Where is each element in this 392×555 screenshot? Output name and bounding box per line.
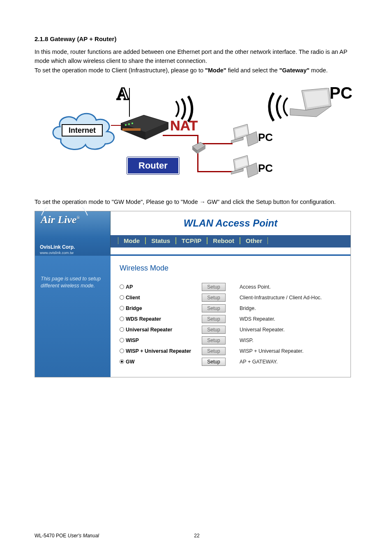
internet-cloud: Internet	[51, 109, 113, 150]
footer-manual: User's Manual	[68, 533, 99, 539]
mode-radio[interactable]	[120, 359, 124, 364]
mode-radio[interactable]	[120, 327, 124, 332]
pc-label: PC	[258, 131, 273, 144]
mode-row: WISPSetupWISP.	[120, 335, 325, 346]
mode-row: ClientSetupClient-Infrastructure / Clien…	[120, 292, 325, 303]
setup-button: Setup	[202, 315, 226, 323]
pc-label: PC	[330, 84, 353, 102]
setup-button: Setup	[202, 294, 226, 302]
section-number: 2.1.8	[35, 35, 48, 42]
paragraph-2: To set the operation mode to Client (Inf…	[35, 66, 359, 75]
setup-button: Setup	[202, 336, 226, 345]
wifi-arc-icon	[40, 207, 89, 216]
mode-row: WDS RepeaterSetupWDS Repeater.	[120, 314, 325, 324]
mode-label: WISP	[126, 338, 139, 343]
mode-description: AP + GATEWAY.	[229, 356, 325, 367]
setup-button: Setup	[202, 347, 226, 355]
mode-label: AP	[126, 284, 133, 290]
mode-label: Bridge	[126, 305, 142, 311]
mode-description: WISP.	[229, 335, 325, 346]
setup-button[interactable]: Setup	[202, 358, 226, 366]
brand-panel: Air Live® OvisLink Corp. www.ovislink.co…	[35, 211, 111, 256]
mode-radio[interactable]	[120, 349, 124, 353]
brand-corp: OvisLink Corp.	[40, 244, 75, 250]
mode-label: WDS Repeater	[126, 316, 161, 322]
mode-radio[interactable]	[120, 317, 124, 321]
mode-description: WDS Repeater.	[229, 314, 325, 324]
section-title: Gateway (AP + Router)	[50, 35, 117, 42]
svg-point-4	[125, 124, 127, 126]
desktop-pc-icon	[231, 123, 261, 146]
setup-button: Setup	[202, 304, 226, 312]
tab-mode[interactable]: Mode	[118, 236, 145, 247]
antenna-label: A	[117, 84, 129, 104]
hub-icon	[191, 139, 207, 155]
wlan-admin-screenshot: Air Live® OvisLink Corp. www.ovislink.co…	[35, 211, 351, 377]
mode-radio[interactable]	[120, 306, 124, 310]
tab-tcpip[interactable]: TCP/IP	[176, 236, 207, 247]
sidebar-help: This page is used to setup different wir…	[35, 256, 111, 377]
internet-label: Internet	[62, 124, 103, 136]
network-diagram: Internet A NAT PC	[47, 84, 347, 187]
mode-row: APSetupAccess Point.	[120, 282, 325, 292]
section-title: Wireless Mode	[120, 264, 341, 273]
desktop-pc-icon	[231, 155, 261, 178]
mode-description: WISP + Universal Repeater.	[229, 346, 325, 356]
page-number: 22	[194, 533, 199, 539]
svg-point-6	[131, 123, 133, 124]
mode-description: Universal Repeater.	[229, 324, 325, 335]
footer-model: WL-5470 POE	[35, 533, 66, 539]
mode-radio[interactable]	[120, 295, 124, 300]
lan-line	[197, 171, 233, 172]
tab-other[interactable]: Other	[240, 236, 268, 247]
mode-row: WISP + Universal RepeaterSetupWISP + Uni…	[120, 346, 325, 356]
mode-row: Universal RepeaterSetupUniversal Repeate…	[120, 324, 325, 335]
wireless-mode-table: APSetupAccess Point.ClientSetupClient-In…	[120, 282, 325, 367]
tab-status[interactable]: Status	[145, 236, 176, 247]
svg-point-5	[128, 123, 130, 125]
lan-line	[163, 135, 198, 136]
paragraph-3: To set the operation mode to "GW Mode", …	[35, 197, 359, 206]
mode-radio[interactable]	[120, 338, 124, 342]
mode-row: GWSetupAP + GATEWAY.	[120, 356, 325, 367]
paragraph-1: In this mode, router functions are added…	[35, 47, 359, 66]
brand-logo: Air Live®	[41, 214, 80, 226]
setup-button: Setup	[202, 283, 226, 291]
mode-label: Universal Repeater	[126, 327, 172, 333]
mode-row: BridgeSetupBridge.	[120, 303, 325, 314]
tab-bar: Mode Status TCP/IP Reboot Other	[111, 235, 350, 247]
mode-label: WISP + Universal Repeater	[126, 348, 191, 354]
setup-button: Setup	[202, 326, 226, 334]
laptop-icon	[288, 88, 333, 119]
tab-reboot[interactable]: Reboot	[207, 236, 240, 247]
mode-label: Client	[126, 295, 140, 301]
pc-label: PC	[258, 162, 273, 175]
section-heading: 2.1.8 Gateway (AP + Router)	[35, 35, 359, 42]
mode-description: Bridge.	[229, 303, 325, 314]
brand-url: www.ovislink.com.tw	[40, 251, 74, 255]
router-icon	[117, 108, 170, 141]
page-title: WLAN Access Point	[111, 211, 350, 235]
mode-radio[interactable]	[120, 284, 124, 289]
page-footer: WL-5470 POE User's Manual 22	[35, 533, 359, 539]
mode-description: Access Point.	[229, 282, 325, 292]
svg-rect-3	[122, 128, 141, 131]
mode-description: Client-Infrastructure / Client Ad-Hoc.	[229, 292, 325, 303]
router-label: Router	[127, 157, 179, 174]
mode-label: GW	[126, 359, 135, 365]
nat-label: NAT	[170, 118, 198, 134]
